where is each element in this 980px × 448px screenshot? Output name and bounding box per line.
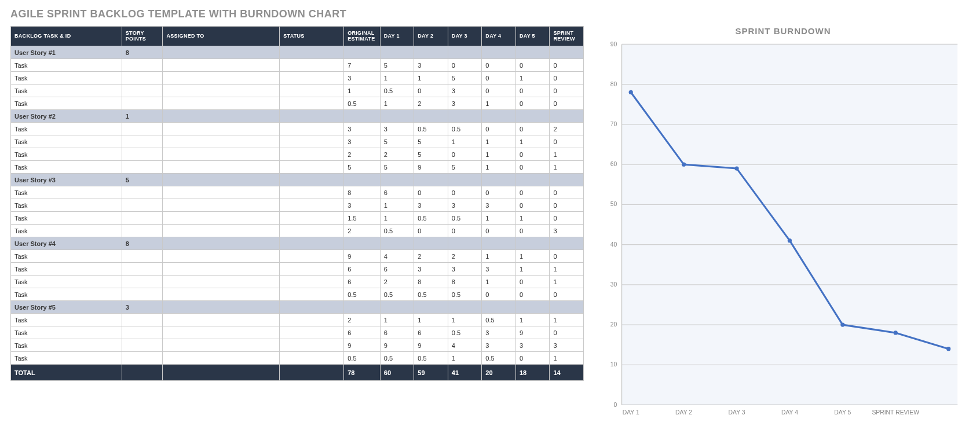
cell[interactable]: 6 [380, 263, 414, 276]
cell[interactable]: Task [11, 250, 122, 263]
cell[interactable]: 0.5 [344, 288, 381, 301]
cell[interactable]: 0 [550, 186, 584, 199]
cell[interactable]: 1 [122, 110, 163, 123]
cell[interactable]: 0 [448, 186, 482, 199]
cell[interactable] [163, 276, 280, 288]
cell[interactable]: 1 [515, 135, 550, 148]
cell[interactable] [280, 263, 344, 276]
cell[interactable]: 9 [414, 339, 448, 352]
cell[interactable]: Task [11, 326, 122, 339]
cell[interactable]: 1 [482, 212, 516, 225]
cell[interactable] [122, 212, 163, 225]
cell[interactable] [122, 225, 163, 237]
cell[interactable]: 6 [344, 263, 381, 276]
cell[interactable]: Task [11, 85, 122, 97]
cell[interactable]: 0.5 [380, 85, 414, 97]
cell[interactable]: 4 [380, 250, 414, 263]
cell[interactable] [163, 97, 280, 110]
cell[interactable]: 20 [482, 365, 516, 381]
cell[interactable] [550, 110, 584, 123]
cell[interactable] [163, 237, 280, 250]
cell[interactable]: 2 [380, 276, 414, 288]
cell[interactable]: 0.5 [448, 326, 482, 339]
cell[interactable]: 1 [515, 314, 550, 326]
cell[interactable]: 5 [344, 161, 381, 174]
cell[interactable]: 3 [448, 263, 482, 276]
cell[interactable]: 1 [448, 352, 482, 365]
cell[interactable] [380, 301, 414, 314]
cell[interactable]: 1 [550, 148, 584, 161]
cell[interactable] [414, 110, 448, 123]
cell[interactable] [280, 110, 344, 123]
cell[interactable] [163, 301, 280, 314]
cell[interactable] [163, 352, 280, 365]
cell[interactable]: 0 [414, 225, 448, 237]
cell[interactable] [550, 237, 584, 250]
cell[interactable] [414, 174, 448, 186]
cell[interactable]: 0.5 [448, 288, 482, 301]
cell[interactable] [280, 326, 344, 339]
cell[interactable]: 3 [448, 97, 482, 110]
cell[interactable] [280, 225, 344, 237]
cell[interactable]: 0 [482, 288, 516, 301]
cell[interactable] [122, 72, 163, 85]
cell[interactable]: 0 [448, 59, 482, 72]
cell[interactable] [163, 339, 280, 352]
cell[interactable]: Task [11, 161, 122, 174]
cell[interactable]: 9 [414, 161, 448, 174]
cell[interactable] [280, 237, 344, 250]
cell[interactable]: 1 [482, 161, 516, 174]
cell[interactable] [515, 110, 550, 123]
cell[interactable] [163, 225, 280, 237]
cell[interactable]: Task [11, 339, 122, 352]
cell[interactable]: 0.5 [380, 225, 414, 237]
cell[interactable]: 0.5 [448, 123, 482, 135]
cell[interactable] [280, 161, 344, 174]
cell[interactable] [515, 174, 550, 186]
cell[interactable]: 1 [482, 135, 516, 148]
cell[interactable] [122, 97, 163, 110]
cell[interactable]: 0.5 [344, 97, 381, 110]
cell[interactable]: 0 [550, 135, 584, 148]
cell[interactable]: TOTAL [11, 365, 122, 381]
cell[interactable]: 0 [482, 85, 516, 97]
cell[interactable]: Task [11, 225, 122, 237]
cell[interactable]: 1 [380, 72, 414, 85]
cell[interactable]: User Story #2 [11, 110, 122, 123]
cell[interactable] [515, 46, 550, 59]
cell[interactable] [280, 72, 344, 85]
cell[interactable] [163, 250, 280, 263]
cell[interactable] [280, 85, 344, 97]
cell[interactable]: 9 [344, 250, 381, 263]
cell[interactable]: 1 [482, 276, 516, 288]
cell[interactable]: 0 [515, 352, 550, 365]
cell[interactable] [122, 250, 163, 263]
cell[interactable]: 3 [122, 301, 163, 314]
cell[interactable]: 0 [448, 225, 482, 237]
cell[interactable] [122, 85, 163, 97]
cell[interactable]: Task [11, 135, 122, 148]
cell[interactable] [163, 365, 280, 381]
cell[interactable]: Task [11, 288, 122, 301]
cell[interactable]: 0 [515, 186, 550, 199]
cell[interactable]: 0 [550, 326, 584, 339]
cell[interactable] [280, 186, 344, 199]
cell[interactable] [380, 110, 414, 123]
cell[interactable] [122, 199, 163, 212]
cell[interactable]: 9 [344, 339, 381, 352]
cell[interactable]: 2 [344, 314, 381, 326]
cell[interactable]: Task [11, 212, 122, 225]
cell[interactable] [163, 212, 280, 225]
cell[interactable]: 1 [550, 314, 584, 326]
cell[interactable] [163, 161, 280, 174]
cell[interactable]: 1 [550, 161, 584, 174]
cell[interactable] [482, 301, 516, 314]
cell[interactable]: 0 [414, 85, 448, 97]
cell[interactable]: 5 [122, 174, 163, 186]
cell[interactable]: 8 [448, 276, 482, 288]
cell[interactable] [163, 199, 280, 212]
cell[interactable]: 0 [448, 148, 482, 161]
cell[interactable] [414, 237, 448, 250]
cell[interactable] [122, 326, 163, 339]
cell[interactable]: 0 [482, 59, 516, 72]
